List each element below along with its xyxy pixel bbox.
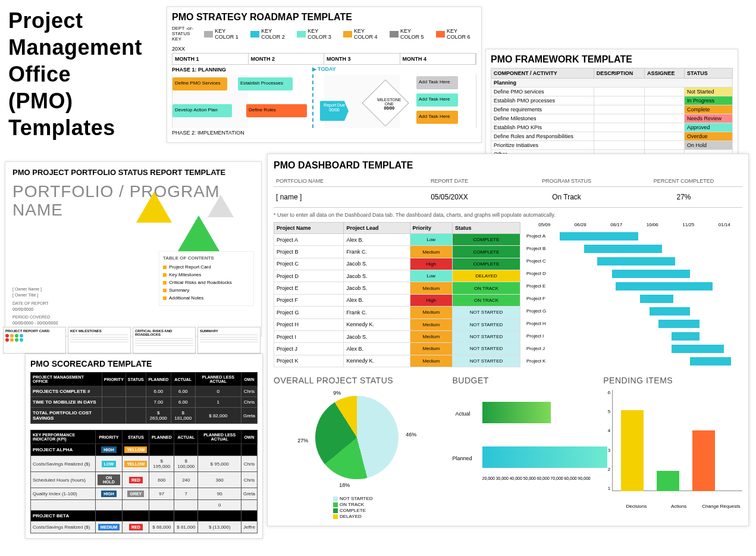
- portfolio-title: PMO PROJECT PORTFOLIO STATUS REPORT TEMP…: [12, 168, 254, 177]
- table-row: Project JAlex B.MediumNOT STARTED: [274, 343, 520, 355]
- table-row: Prioritize InitiativesOn Hold: [491, 141, 733, 150]
- year-label: 20XX: [172, 45, 476, 53]
- add-task-button[interactable]: Add Task Here: [416, 76, 458, 89]
- add-task-button[interactable]: Add Task Here: [416, 93, 458, 107]
- gantt-bar: Develop Action Plan: [172, 104, 232, 117]
- milestone-marker: MILESTONE ONE00/00: [362, 80, 409, 127]
- framework-title: PMO FRAMEWORK TEMPLATE: [491, 54, 733, 65]
- today-line: [312, 74, 313, 128]
- table-row: Project HKennedy K.MediumNOT STARTED: [274, 318, 520, 330]
- gantt-row: Project B: [526, 242, 742, 255]
- framework-table: COMPONENT / ACTIVITYDESCRIPTIONASSIGNEES…: [491, 68, 733, 159]
- section-row: PROJECT BETA: [31, 511, 258, 521]
- month-header: MONTH 1: [172, 54, 249, 64]
- dashboard-title: PMO DASHBOARD TEMPLATE: [274, 160, 742, 171]
- month-header: MONTH 2: [249, 54, 325, 64]
- pie-chart: OVERALL PROJECT STATUS 46% 18% 27% 9% NO…: [274, 376, 441, 520]
- toc-title: TABLE OF CONTENTS: [163, 255, 250, 261]
- table-row: Define MilestonesNeeds Review: [491, 114, 733, 123]
- report-due-marker: Report Due 00/00: [320, 101, 349, 121]
- table-row: TIME TO MOBILIZE IN DAYS7.006.001Chris: [31, 397, 258, 408]
- legend-item: ON TRACK: [333, 502, 441, 507]
- gantt-bar: Define PMO Services: [172, 77, 227, 90]
- table-row: Define Roles and ResponsibilitiesOverdue: [491, 132, 733, 141]
- toc-item: Project Report Card: [163, 263, 250, 271]
- dashboard-note: * User to enter all data on the Dashboar…: [274, 208, 742, 222]
- add-task-button[interactable]: Add Task Here: [416, 111, 458, 124]
- thumbnail: PROJECT REPORT CARD: [3, 327, 66, 354]
- gantt-row: Project G: [526, 305, 742, 317]
- gantt-row: Project H: [526, 317, 742, 330]
- table-row: Project KKennedy K.MediumNOT STARTED: [274, 355, 520, 367]
- dash-header-cell: PROGRAM STATUS: [508, 176, 625, 186]
- legend-item: COMPLETE: [333, 508, 441, 513]
- key-item: KEY COLOR 3: [297, 28, 337, 40]
- table-row: TOTAL PORTFOLIO COST SAVINGS$ 263,000$ 1…: [31, 408, 258, 424]
- legend-item: NOT STARTED: [333, 496, 441, 501]
- table-row: PROJECTS COMPLETE #6.006.000Chris: [31, 386, 258, 397]
- gantt-row: Project D: [526, 267, 742, 280]
- thumbnail-row: PROJECT REPORT CARDKEY MILESTONESCRITICA…: [3, 327, 261, 354]
- table-row: Project GFrank C.MediumNOT STARTED: [274, 307, 520, 318]
- thumbnail: CRITICAL RISKS AND ROADBLOCKS: [133, 327, 196, 354]
- scorecard-table-2: KEY PERFORMANCE INDICATOR (KPI)PRIORITYS…: [30, 430, 258, 533]
- pending-chart: PENDING ITEMS 654321 DecisionsActionsCha…: [603, 376, 742, 520]
- roadmap-card: PMO STRATEGY ROADMAP TEMPLATE DEPT -or- …: [167, 7, 482, 143]
- toc-item: Additional Notes: [163, 294, 250, 302]
- gantt-row: Project F: [526, 292, 742, 305]
- phase2-label: PHASE 2: IMPLEMENTATION: [172, 128, 476, 138]
- gantt-bar: Establish Processes: [238, 77, 293, 90]
- legend-item: DELAYED: [333, 514, 441, 519]
- page-title: Project Management Office (PMO) Template…: [8, 7, 142, 141]
- table-row: Costs/Savings Realized ($)MEDIUMRED$ 68,…: [31, 521, 258, 533]
- scorecard-title: PMO SCORECARD TEMPLATE: [30, 359, 258, 368]
- dash-value-cell: 27%: [625, 187, 742, 207]
- table-row: Project DJacob S.LowDELAYED: [274, 270, 520, 282]
- month-header: MONTH 4: [400, 54, 476, 64]
- gantt-row: Project I: [526, 330, 742, 342]
- dash-header-cell: PORTFOLIO NAME: [274, 176, 391, 186]
- chart-title: BUDGET: [453, 376, 592, 385]
- table-row: Project BFrank C.MediumCOMPLETE: [274, 246, 520, 258]
- section-row: Planning: [491, 79, 733, 88]
- gantt-row: Project J: [526, 342, 742, 355]
- key-item: KEY COLOR 6: [436, 28, 476, 40]
- col-header: STATUS: [685, 68, 733, 79]
- dash-value-cell: [ name ]: [274, 187, 391, 207]
- key-item: KEY COLOR 1: [204, 28, 244, 40]
- gantt-chart: 05/0906/2808/1710/0611/2501/14 Project A…: [526, 222, 742, 367]
- toc: TABLE OF CONTENTS Project Report CardKey…: [159, 251, 254, 306]
- gantt-row: Project A: [526, 230, 742, 242]
- thumbnail: KEY MILESTONES: [68, 327, 131, 354]
- portfolio-card: PMO PROJECT PORTFOLIO STATUS REPORT TEMP…: [5, 161, 262, 336]
- table-row: Project FAlex B.HighON TRACK: [274, 294, 520, 306]
- table-row: Project AAlex B.LowCOMPLETE: [274, 234, 520, 246]
- blank-row: 0: [31, 500, 258, 511]
- table-row: Define requirementsComplete: [491, 105, 733, 114]
- dash-value-cell: 05/05/20XX: [391, 187, 508, 207]
- table-row: Project IJacob S.MediumNOT STARTED: [274, 330, 520, 342]
- chart-title: PENDING ITEMS: [603, 376, 742, 385]
- table-row: Project CJacob S.HighCOMPLETE: [274, 258, 520, 270]
- key-item: KEY COLOR 2: [250, 28, 291, 40]
- framework-card: PMO FRAMEWORK TEMPLATE COMPONENT / ACTIV…: [485, 49, 738, 162]
- scorecard-card: PMO SCORECARD TEMPLATE PROJECT MANAGEMEN…: [25, 354, 263, 539]
- table-row: Establish PMO KPIsApproved: [491, 123, 733, 132]
- today-marker-label: ▶ TODAY: [312, 66, 336, 72]
- thumbnail: SUMMARY: [197, 327, 261, 354]
- table-row: Define PMO servicesNot Started: [491, 88, 733, 96]
- toc-item: Key Milestones: [163, 271, 250, 279]
- col-header: DESCRIPTION: [594, 68, 644, 79]
- table-row: Project EJacob S.MediumON TRACK: [274, 282, 520, 294]
- section-row: PROJECT ALPHAHIGHYELLOW: [31, 444, 258, 456]
- toc-item: Critical Risks and Roadblocks: [163, 279, 250, 286]
- budget-chart: BUDGET Actual Planned 20,00030,00040,000…: [453, 376, 592, 520]
- gantt-row: Project C: [526, 255, 742, 267]
- owner-block: [ Owner Name ] [ Owner Title ] DATE OF R…: [12, 286, 58, 326]
- chart-title: OVERALL PROJECT STATUS: [274, 376, 441, 385]
- key-item: KEY COLOR 4: [343, 28, 384, 40]
- gantt-row: Project K: [526, 355, 742, 367]
- table-row: Scheduled Hours (hours)ON HOLDRED6002403…: [31, 472, 258, 488]
- roadmap-gantt: ▶ TODAY Define PMO ServicesEstablish Pro…: [172, 74, 476, 128]
- col-header: COMPONENT / ACTIVITY: [491, 68, 594, 79]
